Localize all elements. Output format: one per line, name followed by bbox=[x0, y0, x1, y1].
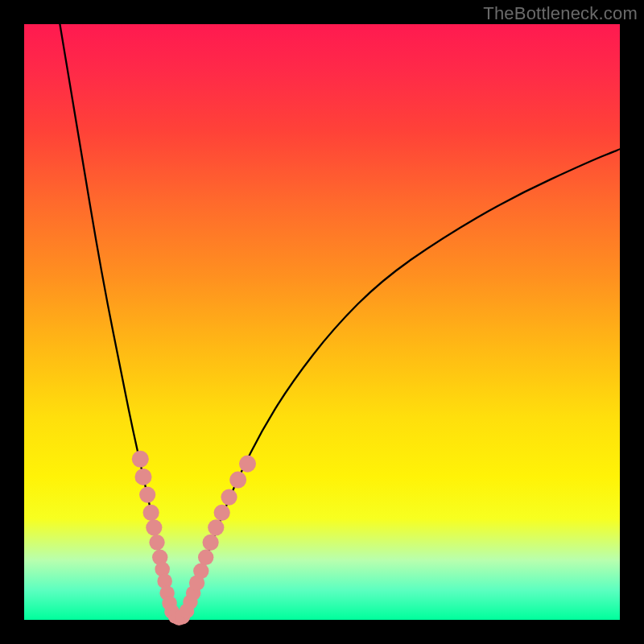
chart-frame: TheBottleneck.com bbox=[0, 0, 644, 644]
curve-marker bbox=[214, 505, 230, 521]
curve-marker bbox=[221, 489, 237, 505]
curve-marker bbox=[139, 486, 155, 502]
bottleneck-curve bbox=[60, 24, 620, 620]
curve-marker bbox=[239, 456, 256, 473]
curve-marker bbox=[208, 519, 224, 535]
curve-right-branch bbox=[185, 149, 620, 620]
curve-markers bbox=[132, 451, 256, 625]
plot-area bbox=[24, 24, 620, 620]
curve-marker bbox=[143, 505, 159, 521]
curve-marker bbox=[193, 564, 208, 579]
curve-marker bbox=[146, 519, 162, 535]
curve-marker bbox=[149, 535, 164, 550]
curve-layer bbox=[24, 24, 620, 620]
curve-marker bbox=[198, 550, 213, 565]
curve-marker bbox=[134, 469, 151, 485]
curve-marker bbox=[203, 535, 219, 551]
watermark-text: TheBottleneck.com bbox=[483, 3, 638, 24]
curve-marker bbox=[132, 451, 149, 468]
curve-marker bbox=[229, 472, 246, 489]
